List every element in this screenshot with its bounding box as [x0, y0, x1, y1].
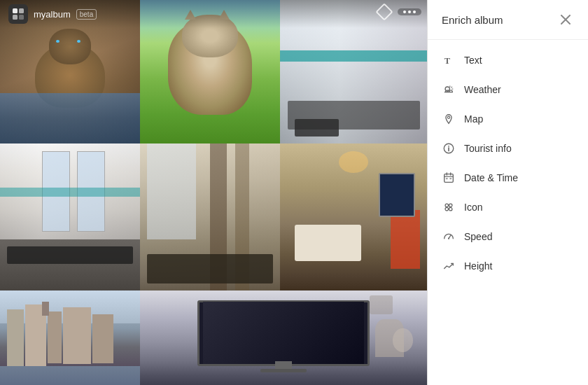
weather-icon — [442, 83, 456, 97]
logo-text: myalbum — [34, 9, 71, 20]
menu-item-tourist-info[interactable]: Tourist info — [428, 134, 588, 163]
menu-item-map-label: Map — [464, 113, 483, 125]
icon-icon — [442, 200, 456, 214]
dot3 — [413, 10, 416, 13]
logo-area: myalbum beta — [8, 4, 97, 24]
menu-item-date-time-label: Date & Time — [464, 172, 518, 183]
menu-item-text[interactable]: T Text — [428, 46, 588, 75]
panel-header: Enrich album — [428, 0, 588, 40]
svg-rect-0 — [13, 8, 18, 13]
menu-items-list: T Text Weather — [428, 40, 588, 286]
svg-rect-20 — [449, 178, 451, 179]
menu-item-text-label: Text — [464, 55, 482, 66]
photo-cell-desk — [140, 290, 427, 385]
panel-title: Enrich album — [442, 14, 503, 26]
close-button[interactable] — [557, 11, 574, 28]
tourist-info-icon — [442, 141, 456, 155]
photo-cell-office-mid — [140, 144, 280, 290]
menu-item-weather-label: Weather — [464, 84, 501, 95]
svg-rect-2 — [13, 15, 18, 20]
svg-point-22 — [449, 204, 452, 207]
diamond-icon — [375, 3, 393, 20]
svg-point-26 — [448, 238, 449, 239]
svg-line-9 — [451, 87, 452, 88]
dot2 — [408, 10, 411, 13]
svg-point-21 — [445, 204, 449, 207]
menu-item-speed-label: Speed — [464, 231, 492, 242]
logo-icon — [12, 8, 24, 20]
svg-point-24 — [449, 207, 452, 211]
close-icon — [561, 15, 570, 24]
photo-cell-colorful — [280, 144, 427, 290]
menu-item-icon-label: Icon — [464, 202, 482, 213]
text-icon: T — [442, 53, 456, 67]
svg-rect-15 — [444, 174, 454, 183]
speed-icon — [442, 230, 456, 244]
svg-point-23 — [445, 207, 449, 211]
svg-rect-3 — [19, 15, 24, 20]
svg-rect-19 — [446, 178, 448, 179]
photo-cell-office-left — [0, 144, 140, 290]
menu-item-icon[interactable]: Icon — [428, 192, 588, 222]
enrich-panel: Enrich album T Text — [427, 0, 588, 385]
menu-item-map[interactable]: Map — [428, 104, 588, 134]
menu-item-height-label: Height — [464, 260, 492, 272]
menu-item-height[interactable]: Height — [428, 251, 588, 281]
photo-grid: myalbum beta — [0, 0, 427, 385]
svg-point-14 — [448, 146, 449, 147]
svg-text:T: T — [444, 56, 451, 66]
beta-badge: beta — [76, 9, 97, 20]
more-options-button[interactable] — [398, 8, 421, 15]
svg-rect-1 — [19, 8, 24, 13]
menu-item-date-time[interactable]: Date & Time — [428, 163, 588, 192]
photo-cell-city — [0, 290, 140, 385]
top-bar: myalbum beta — [0, 0, 427, 28]
height-icon — [442, 259, 456, 273]
logo-box — [8, 4, 28, 24]
menu-item-tourist-info-label: Tourist info — [464, 143, 512, 154]
menu-item-weather[interactable]: Weather — [428, 75, 588, 104]
menu-item-speed[interactable]: Speed — [428, 222, 588, 251]
dot1 — [403, 10, 406, 13]
date-time-icon — [442, 171, 456, 185]
map-icon — [442, 112, 456, 126]
grid-icons — [378, 6, 421, 18]
svg-point-11 — [447, 116, 449, 118]
